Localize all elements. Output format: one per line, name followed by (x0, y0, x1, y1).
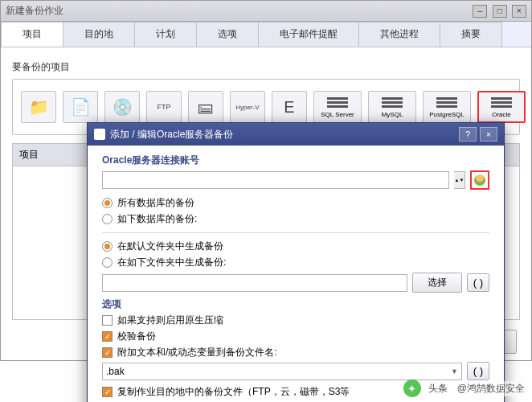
db-bars-icon (436, 96, 457, 109)
close-button[interactable]: × (512, 5, 526, 18)
check-label: 校验备份 (117, 330, 156, 343)
dialog-close-button[interactable]: × (480, 127, 497, 142)
options-label: 选项 (102, 297, 489, 311)
radio-label: 在默认文件夹中生成备份 (117, 240, 223, 253)
extension-value: .bak (106, 366, 125, 377)
radio-following-databases[interactable]: 如下数据库的备份: (102, 212, 489, 226)
checkbox-icon (102, 347, 113, 358)
radio-icon (102, 241, 113, 252)
watermark-account: @鸿鹄数据安全 (455, 381, 527, 396)
ftp-icon: FTP (158, 103, 171, 111)
account-section: Oracle服务器连接账号 ▲▼ (102, 154, 489, 190)
account-input[interactable] (102, 171, 449, 189)
db-bars-icon (491, 96, 512, 109)
radio-icon (102, 214, 113, 224)
radio-all-databases[interactable]: 所有数据库的备份 (102, 196, 489, 210)
db-bars-icon (327, 96, 348, 109)
drive-button[interactable]: 🖴 (188, 91, 223, 123)
extension-row: .bak ▼ ( ) (102, 362, 489, 380)
tab-other[interactable]: 其他进程 (358, 22, 440, 47)
dialog-title-wrap: 添加 / 编辑Oracle服务器备份 (94, 128, 233, 142)
disk-image-button[interactable]: 💿 (104, 91, 140, 123)
tab-items[interactable]: 项目 (1, 22, 63, 47)
drive-icon: 🖴 (198, 98, 214, 117)
oracle-button[interactable]: Oracle (477, 91, 526, 123)
window-controls: – □ × (470, 5, 526, 18)
file-add-button[interactable]: 📄 (63, 91, 98, 123)
checkbox-icon (102, 331, 113, 342)
folder-plus-icon: 📁 (29, 97, 49, 117)
radio-label: 如下数据库的备份: (117, 212, 197, 226)
hyperv-icon: Hyper-V (235, 104, 259, 111)
main-titlebar: 新建备份作业 – □ × (1, 1, 531, 22)
dialog-window-controls: ? × (459, 127, 497, 142)
tab-email[interactable]: 电子邮件提醒 (258, 22, 359, 47)
radio-default-folder[interactable]: 在默认文件夹中生成备份 (102, 240, 489, 253)
tab-destination[interactable]: 目的地 (63, 22, 135, 47)
tab-bar: 项目 目的地 计划 选项 电子邮件提醒 其他进程 摘要 (1, 22, 531, 47)
account-label: Oracle服务器连接账号 (102, 154, 489, 167)
folder-row: 选择 ( ) (102, 273, 489, 293)
watermark-source: 头条 (426, 381, 450, 396)
sqlserver-button[interactable]: SQL Server (313, 91, 362, 123)
radio-icon (102, 198, 113, 208)
folder-input[interactable] (102, 274, 407, 292)
disk-icon: 💿 (113, 97, 133, 117)
tab-summary[interactable]: 摘要 (440, 22, 502, 47)
folder-add-button[interactable]: 📁 (21, 91, 56, 123)
section-label: 要备份的项目 (12, 60, 520, 74)
watermark: ✦ 头条 @鸿鹄数据安全 (403, 379, 527, 397)
account-row: ▲▼ (102, 170, 489, 190)
radio-label: 在如下文件夹中生成备份: (117, 256, 226, 269)
minimize-button[interactable]: – (473, 5, 487, 18)
check-label: 如果支持则启用原生压缩 (117, 314, 223, 327)
postgresql-button[interactable]: PostgreSQL (423, 91, 471, 123)
browse-button[interactable]: 选择 (412, 273, 462, 293)
dialog-help-button[interactable]: ? (459, 127, 477, 142)
expand-button[interactable]: ( ) (467, 273, 489, 292)
divider (102, 232, 489, 233)
user-icon (474, 174, 485, 186)
chevron-down-icon: ▼ (451, 367, 458, 375)
hyperv-button[interactable]: Hyper-V (230, 91, 265, 123)
checkbox-icon (102, 387, 113, 397)
file-plus-icon: 📄 (71, 97, 91, 117)
extension-select[interactable]: .bak ▼ (102, 363, 462, 380)
exchange-icon: E (284, 98, 294, 117)
checkbox-icon (102, 315, 113, 326)
radio-icon (102, 257, 113, 268)
check-compression[interactable]: 如果支持则启用原生压缩 (102, 314, 489, 327)
maximize-button[interactable]: □ (493, 5, 507, 18)
ftp-button[interactable]: FTP (146, 91, 182, 123)
toolbar-right: SQL Server MySQL PostgreSQL Oracle (313, 91, 526, 123)
tab-options[interactable]: 选项 (196, 22, 259, 47)
dialog-body: Oracle服务器连接账号 ▲▼ 所有数据库的备份 如下数据库的备份: 在默认文… (88, 146, 504, 402)
check-label: 复制作业目的地中的备份文件（FTP，云，磁带，S3等 (117, 385, 350, 399)
tab-schedule[interactable]: 计划 (134, 22, 197, 47)
dialog-titlebar: 添加 / 编辑Oracle服务器备份 ? × (88, 123, 504, 146)
wechat-icon: ✦ (403, 379, 421, 397)
radio-label: 所有数据库的备份 (117, 196, 194, 210)
mysql-button[interactable]: MySQL (368, 91, 416, 123)
account-dropdown-arrows[interactable]: ▲▼ (454, 171, 465, 189)
window-title: 新建备份作业 (6, 4, 63, 18)
check-label: 附加文本和/或动态变量到备份文件名: (117, 346, 277, 359)
oracle-backup-dialog: 添加 / 编辑Oracle服务器备份 ? × Oracle服务器连接账号 ▲▼ … (87, 122, 505, 402)
toolbar-left: 📁 📄 💿 FTP 🖴 Hyper-V E (21, 91, 307, 123)
dialog-title: 添加 / 编辑Oracle服务器备份 (110, 128, 233, 142)
extension-expand-button[interactable]: ( ) (467, 362, 489, 380)
radio-following-folder[interactable]: 在如下文件夹中生成备份: (102, 256, 489, 269)
exchange-button[interactable]: E (272, 91, 307, 123)
check-append-text[interactable]: 附加文本和/或动态变量到备份文件名: (102, 346, 489, 359)
manage-accounts-button[interactable] (470, 170, 489, 190)
db-bars-icon (382, 96, 403, 109)
check-verify[interactable]: 校验备份 (102, 330, 489, 343)
dialog-icon (94, 129, 105, 140)
